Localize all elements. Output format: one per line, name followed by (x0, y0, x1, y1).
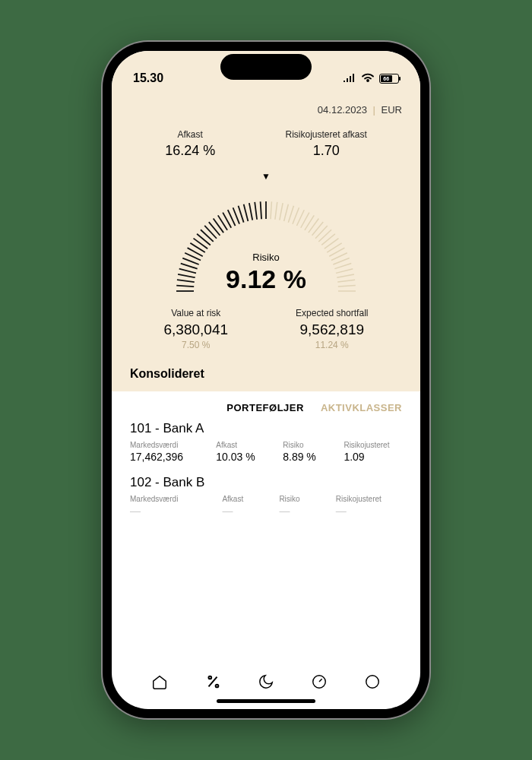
svg-line-20 (239, 206, 244, 223)
svg-line-22 (249, 203, 252, 220)
portfolio-list[interactable]: 101 - Bank A Markedsværdi17,462,396 Afka… (112, 421, 420, 664)
svg-line-21 (244, 204, 249, 221)
col-ret: Afkast (216, 441, 268, 449)
expected-shortfall: Expected shortfall 9,562,819 11.24 % (296, 308, 368, 350)
section-title: Konsolideret (130, 364, 402, 381)
nav-circle-icon[interactable] (363, 672, 382, 692)
risk-gauge: ▼ Risiko 9.12 % (160, 169, 372, 297)
currency-label: EUR (382, 104, 402, 116)
cellular-icon (343, 71, 356, 85)
screen: 15.30 66 04.12.2023 | EUR Afkast 1 (112, 51, 420, 709)
tabs: PORTEFØLJER AKTIVKLASSER (112, 391, 420, 421)
svg-line-23 (255, 202, 257, 220)
var-value: 6,380,041 (164, 321, 229, 338)
metric-return-value: 16.24 % (165, 143, 215, 159)
tab-portfolios[interactable]: PORTEFØLJER (226, 402, 304, 413)
cell-radj: 1.09 (344, 451, 402, 463)
svg-line-37 (315, 226, 328, 239)
svg-line-27 (275, 202, 277, 220)
cell-risk: 8.89 % (283, 451, 328, 463)
value-at-risk: Value at risk 6,380,041 7.50 % (164, 308, 229, 350)
battery-icon: 66 (379, 74, 399, 84)
var-pct: 7.50 % (164, 340, 229, 350)
svg-line-11 (197, 234, 211, 245)
portfolio-title: 102 - Bank B (130, 475, 402, 490)
col-mv: Markedsværdi (130, 495, 207, 503)
svg-line-12 (201, 230, 214, 242)
list-item[interactable]: 102 - Bank B Markedsværdi— Afkast— Risik… (130, 475, 402, 517)
nav-moon-icon[interactable] (256, 672, 276, 692)
cell-ret: 10.03 % (216, 451, 268, 463)
svg-line-39 (321, 234, 335, 245)
nav-home-icon[interactable] (150, 672, 169, 692)
nav-percent-icon[interactable] (203, 672, 223, 692)
cell-mv: 17,462,396 (130, 451, 201, 463)
phone-frame: 15.30 66 04.12.2023 | EUR Afkast 1 (103, 42, 429, 718)
col-ret: Afkast (222, 495, 264, 503)
metric-riskadj-label: Risikojusteret afkast (285, 129, 366, 140)
svg-line-36 (312, 222, 324, 236)
col-mv: Markedsværdi (130, 441, 201, 449)
dynamic-island (220, 54, 312, 80)
col-radj: Risikojusteret (336, 495, 402, 503)
svg-line-24 (261, 201, 261, 219)
tab-asset-classes[interactable]: AKTIVKLASSER (321, 402, 402, 413)
list-item[interactable]: 101 - Bank A Markedsværdi17,462,396 Afka… (130, 421, 402, 463)
col-radj: Risikojusteret (344, 441, 402, 449)
es-pct: 11.24 % (296, 340, 368, 350)
metric-riskadj-value: 1.70 (285, 143, 366, 159)
es-label: Expected shortfall (296, 308, 368, 318)
svg-line-13 (204, 226, 217, 239)
metric-return-label: Afkast (165, 129, 215, 140)
metric-riskadj: Risikojusteret afkast 1.70 (285, 129, 366, 159)
svg-line-29 (284, 204, 289, 221)
svg-line-26 (271, 201, 271, 219)
as-of-date: 04.12.2023 (318, 104, 367, 116)
gauge-label: Risiko (160, 252, 372, 263)
svg-point-52 (366, 676, 379, 689)
wifi-icon (361, 71, 375, 85)
nav-gauge-icon[interactable] (309, 672, 329, 692)
svg-line-38 (318, 230, 331, 242)
col-risk: Risiko (283, 441, 328, 449)
home-indicator[interactable] (217, 699, 315, 703)
summary-panel: 04.12.2023 | EUR Afkast 16.24 % Risikoju… (112, 93, 420, 391)
portfolio-title: 101 - Bank A (130, 421, 402, 436)
bottom-nav (112, 664, 420, 695)
svg-line-31 (293, 207, 299, 223)
svg-line-28 (280, 203, 283, 220)
date-currency: 04.12.2023 | EUR (130, 100, 402, 129)
svg-line-30 (288, 206, 293, 223)
gauge-value: 9.12 % (160, 264, 372, 294)
status-time: 15.30 (133, 71, 163, 85)
var-label: Value at risk (164, 308, 229, 318)
separator: | (373, 104, 375, 116)
svg-line-14 (209, 222, 220, 236)
col-risk: Risiko (279, 495, 320, 503)
metric-return: Afkast 16.24 % (165, 129, 215, 159)
gauge-pointer-icon: ▼ (261, 171, 271, 182)
svg-line-40 (325, 239, 339, 249)
svg-line-35 (309, 219, 319, 233)
es-value: 9,562,819 (296, 321, 368, 338)
